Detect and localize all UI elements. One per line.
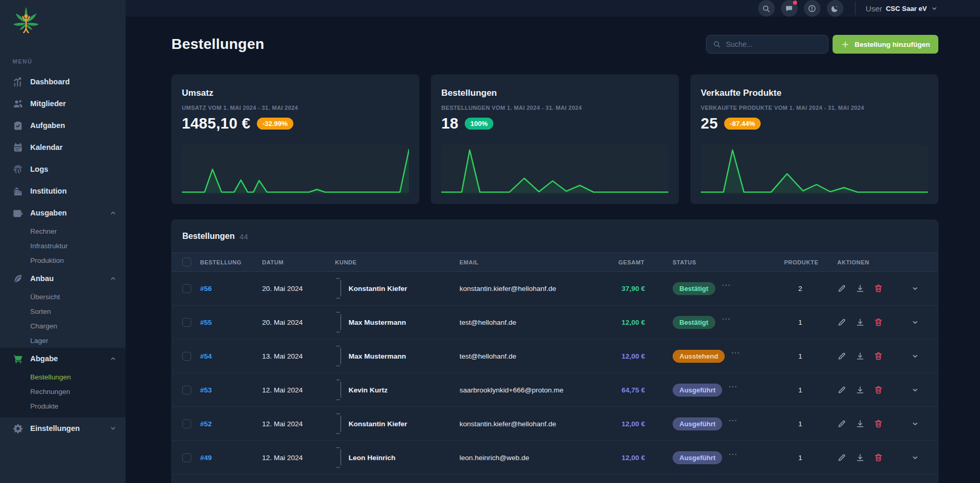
order-row-52: #5212. Mai 2024Konstantin Kieferkonstant… bbox=[172, 407, 938, 441]
order-id-link[interactable]: #56 bbox=[200, 285, 262, 293]
select-all-checkbox[interactable] bbox=[182, 258, 191, 266]
sidebar-item-label: Logs bbox=[30, 165, 48, 173]
sidebar-group-institution: Institution bbox=[0, 180, 126, 202]
trash-icon bbox=[874, 419, 883, 428]
sidebar-subitem-chargen[interactable]: Chargen bbox=[0, 319, 126, 333]
edit-button[interactable] bbox=[837, 453, 847, 462]
status-badge: Ausstehend bbox=[673, 350, 725, 363]
app-logo-cannabis-icon[interactable] bbox=[11, 5, 41, 37]
pencil-icon bbox=[837, 453, 847, 462]
sidebar-subitem-rechnungen[interactable]: Rechnungen bbox=[0, 384, 126, 399]
sidebar-subitem-lager[interactable]: Lager bbox=[0, 333, 126, 348]
sparkline-chart bbox=[441, 145, 668, 195]
sidebar-subitem-produkte[interactable]: Produkte bbox=[0, 399, 126, 413]
card-title: Bestellungen bbox=[441, 88, 668, 98]
sidebar-item-logs[interactable]: Logs bbox=[0, 158, 126, 180]
edit-button[interactable] bbox=[837, 385, 847, 395]
expand-row-button[interactable] bbox=[911, 420, 920, 428]
download-button[interactable] bbox=[855, 385, 865, 395]
sidebar-item-anbau[interactable]: Anbau bbox=[0, 268, 126, 289]
order-email: saarbrooklynkid+666@proton.me bbox=[460, 386, 618, 394]
row-checkbox[interactable] bbox=[182, 352, 191, 361]
delete-button[interactable] bbox=[874, 419, 883, 428]
more-options-icon[interactable] bbox=[730, 348, 740, 357]
download-button[interactable] bbox=[855, 453, 865, 462]
expand-row-button[interactable] bbox=[911, 453, 920, 462]
sidebar-item-abgabe[interactable]: Abgabe bbox=[0, 348, 126, 370]
stat-card-verkaufte-produkte: Verkaufte ProdukteVERKAUFTE PRODUKTE VOM… bbox=[690, 74, 938, 204]
delete-button[interactable] bbox=[874, 317, 883, 327]
row-checkbox[interactable] bbox=[182, 386, 191, 395]
more-options-icon[interactable] bbox=[728, 415, 738, 425]
order-customer: Max Mustermann bbox=[335, 310, 460, 335]
edit-button[interactable] bbox=[837, 419, 847, 428]
broken-avatar-image-icon bbox=[335, 276, 342, 301]
search-button[interactable] bbox=[758, 0, 775, 17]
expand-row-button[interactable] bbox=[911, 386, 920, 395]
order-id-link[interactable]: #54 bbox=[200, 352, 262, 360]
sidebar-subitem-uebersicht[interactable]: Übersicht bbox=[0, 289, 126, 304]
delete-button[interactable] bbox=[874, 453, 883, 462]
download-button[interactable] bbox=[855, 284, 865, 293]
column-header-status: STATUS bbox=[673, 259, 784, 265]
sidebar-subitem-produktion[interactable]: Produktion bbox=[0, 253, 126, 268]
edit-button[interactable] bbox=[837, 317, 847, 327]
order-row-55: #5520. Mai 2024Max Mustermanntest@helloh… bbox=[172, 306, 938, 339]
customer-name: Konstantin Kiefer bbox=[349, 285, 407, 293]
more-options-icon[interactable] bbox=[728, 382, 738, 391]
delete-button[interactable] bbox=[874, 385, 883, 395]
more-options-icon[interactable] bbox=[721, 280, 731, 289]
sidebar-item-einstellungen[interactable]: Einstellungen bbox=[0, 417, 126, 439]
stat-card-bestellungen: BestellungenBESTELLUNGEN VOM 1. MAI 2024… bbox=[431, 74, 679, 204]
sidebar-group-mitglieder: Mitglieder bbox=[0, 93, 126, 115]
order-id-link[interactable]: #52 bbox=[200, 420, 262, 428]
download-button[interactable] bbox=[855, 419, 865, 428]
expand-row-button[interactable] bbox=[911, 318, 920, 327]
sparkline-chart bbox=[182, 145, 409, 195]
user-menu[interactable]: User CSC Saar eV bbox=[866, 4, 938, 13]
sidebar-item-dashboard[interactable]: Dashboard bbox=[0, 71, 126, 93]
order-total: 37,90 € bbox=[618, 285, 673, 293]
pencil-icon bbox=[837, 317, 847, 327]
broken-avatar-image-icon bbox=[335, 310, 342, 335]
row-checkbox[interactable] bbox=[182, 318, 191, 327]
edit-button[interactable] bbox=[837, 351, 847, 361]
order-email: test@hellohanf.de bbox=[460, 319, 618, 326]
order-row-53: #5312. Mai 2024Kevin Kurtzsaarbrooklynki… bbox=[172, 373, 938, 407]
add-order-button[interactable]: Bestellung hinzufügen bbox=[833, 35, 938, 54]
download-button[interactable] bbox=[855, 317, 865, 327]
sidebar-item-mitglieder[interactable]: Mitglieder bbox=[0, 93, 126, 115]
messages-button[interactable] bbox=[781, 0, 798, 17]
sidebar-item-label: Einstellungen bbox=[30, 424, 80, 433]
order-id-link[interactable]: #55 bbox=[200, 319, 262, 326]
sidebar-item-institution[interactable]: Institution bbox=[0, 180, 126, 202]
sidebar-subitem-infrastruktur[interactable]: Infrastruktur bbox=[0, 238, 126, 253]
sidebar-item-kalendar[interactable]: Kalendar bbox=[0, 136, 126, 158]
dark-mode-button[interactable] bbox=[827, 0, 843, 17]
sidebar-item-ausgaben[interactable]: Ausgaben bbox=[0, 202, 126, 224]
expand-row-button[interactable] bbox=[911, 352, 920, 361]
sidebar-subitem-sorten[interactable]: Sorten bbox=[0, 304, 126, 319]
download-button[interactable] bbox=[855, 351, 865, 361]
order-total: 12,00 € bbox=[618, 420, 673, 428]
delete-button[interactable] bbox=[874, 284, 883, 293]
row-checkbox[interactable] bbox=[182, 284, 191, 293]
sidebar-subitem-rechner[interactable]: Rechner bbox=[0, 224, 126, 238]
sidebar-item-aufgaben[interactable]: Aufgaben bbox=[0, 115, 126, 136]
more-options-icon[interactable] bbox=[728, 449, 738, 459]
page-header: Bestellungen Bestellung hinzufügen bbox=[171, 35, 938, 54]
order-id-link[interactable]: #53 bbox=[200, 386, 262, 394]
card-plot-area bbox=[182, 145, 409, 195]
more-options-icon[interactable] bbox=[721, 314, 731, 323]
sidebar-subitem-bestellungen[interactable]: Bestellungen bbox=[0, 370, 126, 384]
order-id-link[interactable]: #49 bbox=[200, 454, 262, 462]
customer-name: Leon Heinrich bbox=[349, 454, 395, 462]
delete-button[interactable] bbox=[874, 351, 883, 361]
row-checkbox[interactable] bbox=[182, 453, 191, 462]
row-checkbox[interactable] bbox=[182, 420, 191, 428]
edit-button[interactable] bbox=[837, 284, 847, 293]
sidebar-item-label: Aufgaben bbox=[30, 121, 65, 130]
alerts-button[interactable] bbox=[804, 0, 821, 17]
expand-row-button[interactable] bbox=[911, 284, 920, 293]
search-input[interactable] bbox=[726, 40, 822, 48]
